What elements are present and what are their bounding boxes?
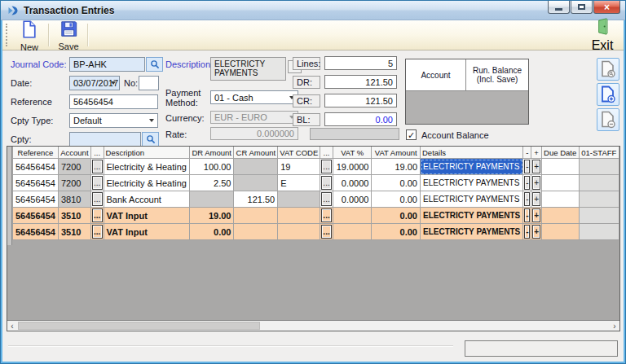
cell-vat_code[interactable] xyxy=(278,208,320,224)
col-header-reference[interactable]: Reference xyxy=(13,147,59,159)
account-lookup-button[interactable]: ... xyxy=(92,225,103,239)
cell-staff[interactable] xyxy=(579,175,619,191)
vat-lookup-button[interactable]: ... xyxy=(321,225,332,239)
row-plus-button[interactable]: + xyxy=(532,160,540,173)
rate-input[interactable]: 0.000000 xyxy=(210,127,298,140)
no-input[interactable] xyxy=(139,76,159,90)
cell-vat_amount[interactable]: 0.00 xyxy=(372,224,421,240)
cell-staff[interactable] xyxy=(579,224,619,240)
account-lookup-button[interactable]: ... xyxy=(92,192,103,206)
row-plus-button[interactable]: + xyxy=(532,225,540,239)
cell-btn2[interactable]: ... xyxy=(320,208,333,224)
col-header-dr[interactable]: DR Amount xyxy=(189,147,234,159)
cell-due_date[interactable] xyxy=(541,159,579,175)
cell-btn2[interactable]: ... xyxy=(320,224,333,240)
col-header-vat_pct[interactable]: VAT % xyxy=(333,147,372,159)
cell-vat_pct[interactable]: 0.0000 xyxy=(333,191,372,208)
row-minus-button[interactable]: - xyxy=(524,192,530,206)
cell-minus[interactable]: - xyxy=(523,175,531,191)
cell-minus[interactable]: - xyxy=(523,224,531,240)
vat-lookup-button[interactable]: ... xyxy=(321,192,332,206)
col-header-due_date[interactable]: Due Date xyxy=(541,147,579,159)
cell-vat_amount[interactable]: 0.00 xyxy=(372,175,421,191)
col-header-account[interactable]: Account xyxy=(58,147,90,159)
account-lookup-button[interactable]: ... xyxy=(92,176,103,190)
col-header-cr[interactable]: CR Amount xyxy=(234,147,278,159)
cell-btn1[interactable]: ... xyxy=(90,175,104,191)
col-header-minus[interactable]: - xyxy=(523,147,531,159)
close-button[interactable]: × xyxy=(593,1,620,14)
cell-plus[interactable]: + xyxy=(531,208,541,224)
vat-lookup-button[interactable]: ... xyxy=(321,176,332,190)
cell-vat_pct[interactable] xyxy=(333,224,372,240)
account-balance-checkbox[interactable]: ✓ xyxy=(406,129,417,140)
cell-dr[interactable]: 100.00 xyxy=(189,159,234,175)
cell-plus[interactable]: + xyxy=(531,159,541,175)
col-header-vat_amount[interactable]: VAT Amount xyxy=(372,147,421,159)
vat-lookup-button[interactable]: ... xyxy=(321,160,332,173)
cell-reference[interactable]: 56456454 xyxy=(13,224,59,240)
row-plus-button[interactable]: + xyxy=(532,192,540,206)
row-minus-button[interactable]: - xyxy=(524,160,530,173)
cell-due_date[interactable] xyxy=(541,175,579,191)
row-plus-button[interactable]: + xyxy=(532,176,540,190)
cell-minus[interactable]: - xyxy=(523,191,531,208)
cell-description[interactable]: Bank Account xyxy=(104,191,189,208)
cell-account[interactable]: 7200 xyxy=(58,159,90,175)
cell-btn1[interactable]: ... xyxy=(90,191,104,208)
cell-account[interactable]: 3510 xyxy=(58,224,90,240)
payment-method-combo[interactable]: 01 - Cash xyxy=(210,90,298,104)
exit-button[interactable]: Exit xyxy=(586,22,619,49)
cell-description[interactable]: Electricity & Heating xyxy=(104,159,189,175)
cell-btn1[interactable]: ... xyxy=(90,159,104,175)
col-header-staff[interactable]: 01-STAFF xyxy=(579,147,619,159)
cell-vat_pct[interactable] xyxy=(333,208,372,224)
cell-plus[interactable]: + xyxy=(531,224,541,240)
cell-dr[interactable] xyxy=(189,191,234,208)
currency-combo[interactable]: EUR - EURO xyxy=(210,111,298,124)
cell-cr[interactable] xyxy=(234,159,278,175)
col-header-description[interactable]: Description xyxy=(104,147,189,159)
row-minus-button[interactable]: - xyxy=(524,176,530,190)
cell-vat_code[interactable]: 19 xyxy=(278,159,320,175)
cell-plus[interactable]: + xyxy=(531,191,541,208)
row-minus-button[interactable]: - xyxy=(524,225,530,239)
scroll-right-arrow-icon[interactable]: › xyxy=(610,321,619,331)
cell-staff[interactable] xyxy=(579,191,619,208)
cell-btn1[interactable]: ... xyxy=(90,208,104,224)
cell-minus[interactable]: - xyxy=(523,159,531,175)
cpty-input[interactable] xyxy=(69,132,141,147)
account-lookup-button[interactable]: ... xyxy=(92,160,103,173)
cell-vat_code[interactable] xyxy=(278,191,320,208)
cell-btn2[interactable]: ... xyxy=(320,191,333,208)
cell-account[interactable]: 3810 xyxy=(58,191,90,208)
reference-input[interactable]: 56456454 xyxy=(69,94,158,109)
cell-due_date[interactable] xyxy=(541,224,579,240)
col-header-plus[interactable]: + xyxy=(531,147,541,159)
journal-code-search-button[interactable] xyxy=(146,57,163,72)
cell-dr[interactable]: 2.50 xyxy=(189,175,234,191)
maximize-button[interactable] xyxy=(571,1,593,14)
cell-due_date[interactable] xyxy=(541,208,579,224)
cell-plus[interactable]: + xyxy=(531,175,541,191)
cell-cr[interactable] xyxy=(234,208,278,224)
cell-reference[interactable]: 56456454 xyxy=(13,208,59,224)
date-input[interactable]: 03/07/2017 xyxy=(69,76,120,90)
cell-details[interactable]: ELECTRICTY PAYMENTS xyxy=(421,224,523,240)
row-minus-button[interactable]: - xyxy=(524,208,530,222)
cell-vat_code[interactable] xyxy=(278,224,320,240)
cell-dr[interactable]: 0.00 xyxy=(189,224,234,240)
cell-description[interactable]: VAT Input xyxy=(104,224,189,240)
minimize-button[interactable] xyxy=(548,1,570,14)
new-button[interactable]: New xyxy=(12,20,46,50)
document-zoom-button[interactable] xyxy=(597,58,619,81)
cell-vat_amount[interactable]: 19.00 xyxy=(372,159,421,175)
description-combo[interactable]: ELECTRICTY PAYMENTS xyxy=(210,57,286,81)
cell-vat_pct[interactable]: 0.0000 xyxy=(333,175,372,191)
cell-cr[interactable]: 121.50 xyxy=(234,191,278,208)
bl-value[interactable]: 0.00 xyxy=(324,112,397,126)
cell-cr[interactable] xyxy=(234,175,278,191)
cell-btn2[interactable]: ... xyxy=(320,159,333,175)
save-button[interactable]: Save xyxy=(51,20,86,50)
cell-details[interactable]: ELECTRICTY PAYMENTS xyxy=(421,159,523,175)
